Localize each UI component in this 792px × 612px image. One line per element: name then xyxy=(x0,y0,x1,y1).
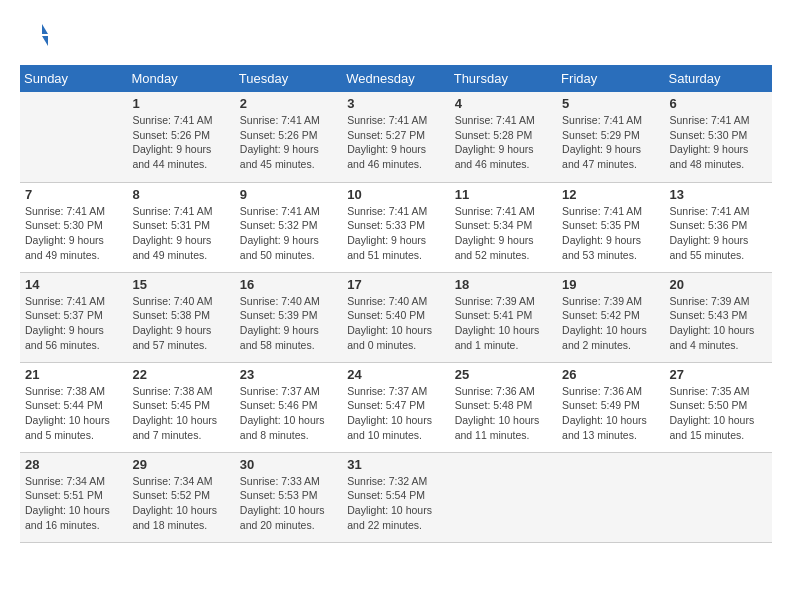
calendar-day-cell: 3 Sunrise: 7:41 AM Sunset: 5:27 PM Dayli… xyxy=(342,92,449,182)
day-number: 21 xyxy=(25,367,122,382)
day-info: Sunrise: 7:41 AM Sunset: 5:27 PM Dayligh… xyxy=(347,113,444,172)
day-number: 3 xyxy=(347,96,444,111)
calendar-day-cell: 16 Sunrise: 7:40 AM Sunset: 5:39 PM Dayl… xyxy=(235,272,342,362)
calendar-week-row: 14 Sunrise: 7:41 AM Sunset: 5:37 PM Dayl… xyxy=(20,272,772,362)
calendar-day-cell: 10 Sunrise: 7:41 AM Sunset: 5:33 PM Dayl… xyxy=(342,182,449,272)
day-number: 22 xyxy=(132,367,229,382)
day-info: Sunrise: 7:41 AM Sunset: 5:31 PM Dayligh… xyxy=(132,204,229,263)
day-number: 5 xyxy=(562,96,659,111)
day-info: Sunrise: 7:41 AM Sunset: 5:33 PM Dayligh… xyxy=(347,204,444,263)
weekday-header: Tuesday xyxy=(235,65,342,92)
calendar-day-cell: 31 Sunrise: 7:32 AM Sunset: 5:54 PM Dayl… xyxy=(342,452,449,542)
calendar-day-cell: 18 Sunrise: 7:39 AM Sunset: 5:41 PM Dayl… xyxy=(450,272,557,362)
calendar-day-cell xyxy=(450,452,557,542)
calendar-week-row: 21 Sunrise: 7:38 AM Sunset: 5:44 PM Dayl… xyxy=(20,362,772,452)
day-info: Sunrise: 7:41 AM Sunset: 5:26 PM Dayligh… xyxy=(132,113,229,172)
day-number: 26 xyxy=(562,367,659,382)
calendar-day-cell xyxy=(665,452,772,542)
day-number: 29 xyxy=(132,457,229,472)
day-info: Sunrise: 7:40 AM Sunset: 5:38 PM Dayligh… xyxy=(132,294,229,353)
calendar-day-cell: 23 Sunrise: 7:37 AM Sunset: 5:46 PM Dayl… xyxy=(235,362,342,452)
day-number: 4 xyxy=(455,96,552,111)
day-number: 2 xyxy=(240,96,337,111)
day-number: 7 xyxy=(25,187,122,202)
calendar-day-cell: 13 Sunrise: 7:41 AM Sunset: 5:36 PM Dayl… xyxy=(665,182,772,272)
calendar-day-cell: 4 Sunrise: 7:41 AM Sunset: 5:28 PM Dayli… xyxy=(450,92,557,182)
calendar-day-cell: 25 Sunrise: 7:36 AM Sunset: 5:48 PM Dayl… xyxy=(450,362,557,452)
day-number: 18 xyxy=(455,277,552,292)
calendar-day-cell: 22 Sunrise: 7:38 AM Sunset: 5:45 PM Dayl… xyxy=(127,362,234,452)
day-info: Sunrise: 7:34 AM Sunset: 5:51 PM Dayligh… xyxy=(25,474,122,533)
day-number: 12 xyxy=(562,187,659,202)
day-number: 20 xyxy=(670,277,767,292)
day-info: Sunrise: 7:34 AM Sunset: 5:52 PM Dayligh… xyxy=(132,474,229,533)
calendar-day-cell: 24 Sunrise: 7:37 AM Sunset: 5:47 PM Dayl… xyxy=(342,362,449,452)
day-number: 16 xyxy=(240,277,337,292)
day-number: 15 xyxy=(132,277,229,292)
calendar-day-cell: 11 Sunrise: 7:41 AM Sunset: 5:34 PM Dayl… xyxy=(450,182,557,272)
day-number: 23 xyxy=(240,367,337,382)
day-number: 27 xyxy=(670,367,767,382)
day-info: Sunrise: 7:41 AM Sunset: 5:37 PM Dayligh… xyxy=(25,294,122,353)
calendar-day-cell: 21 Sunrise: 7:38 AM Sunset: 5:44 PM Dayl… xyxy=(20,362,127,452)
calendar-day-cell: 27 Sunrise: 7:35 AM Sunset: 5:50 PM Dayl… xyxy=(665,362,772,452)
day-number: 10 xyxy=(347,187,444,202)
weekday-header: Friday xyxy=(557,65,664,92)
day-info: Sunrise: 7:41 AM Sunset: 5:35 PM Dayligh… xyxy=(562,204,659,263)
calendar-day-cell: 28 Sunrise: 7:34 AM Sunset: 5:51 PM Dayl… xyxy=(20,452,127,542)
calendar-day-cell xyxy=(20,92,127,182)
calendar-day-cell: 19 Sunrise: 7:39 AM Sunset: 5:42 PM Dayl… xyxy=(557,272,664,362)
calendar-week-row: 1 Sunrise: 7:41 AM Sunset: 5:26 PM Dayli… xyxy=(20,92,772,182)
day-number: 6 xyxy=(670,96,767,111)
day-info: Sunrise: 7:41 AM Sunset: 5:28 PM Dayligh… xyxy=(455,113,552,172)
day-info: Sunrise: 7:37 AM Sunset: 5:46 PM Dayligh… xyxy=(240,384,337,443)
weekday-header: Saturday xyxy=(665,65,772,92)
weekday-header: Monday xyxy=(127,65,234,92)
calendar-table: SundayMondayTuesdayWednesdayThursdayFrid… xyxy=(20,65,772,543)
day-info: Sunrise: 7:41 AM Sunset: 5:30 PM Dayligh… xyxy=(670,113,767,172)
day-info: Sunrise: 7:41 AM Sunset: 5:34 PM Dayligh… xyxy=(455,204,552,263)
weekday-header: Wednesday xyxy=(342,65,449,92)
day-number: 25 xyxy=(455,367,552,382)
day-info: Sunrise: 7:39 AM Sunset: 5:42 PM Dayligh… xyxy=(562,294,659,353)
day-number: 14 xyxy=(25,277,122,292)
calendar-day-cell: 5 Sunrise: 7:41 AM Sunset: 5:29 PM Dayli… xyxy=(557,92,664,182)
day-info: Sunrise: 7:41 AM Sunset: 5:29 PM Dayligh… xyxy=(562,113,659,172)
calendar-day-cell: 20 Sunrise: 7:39 AM Sunset: 5:43 PM Dayl… xyxy=(665,272,772,362)
day-info: Sunrise: 7:36 AM Sunset: 5:48 PM Dayligh… xyxy=(455,384,552,443)
day-number: 19 xyxy=(562,277,659,292)
day-info: Sunrise: 7:41 AM Sunset: 5:32 PM Dayligh… xyxy=(240,204,337,263)
day-info: Sunrise: 7:37 AM Sunset: 5:47 PM Dayligh… xyxy=(347,384,444,443)
weekday-header-row: SundayMondayTuesdayWednesdayThursdayFrid… xyxy=(20,65,772,92)
logo-icon xyxy=(20,20,50,50)
day-info: Sunrise: 7:39 AM Sunset: 5:43 PM Dayligh… xyxy=(670,294,767,353)
day-info: Sunrise: 7:32 AM Sunset: 5:54 PM Dayligh… xyxy=(347,474,444,533)
calendar-day-cell: 7 Sunrise: 7:41 AM Sunset: 5:30 PM Dayli… xyxy=(20,182,127,272)
day-number: 11 xyxy=(455,187,552,202)
day-number: 28 xyxy=(25,457,122,472)
day-number: 9 xyxy=(240,187,337,202)
day-info: Sunrise: 7:33 AM Sunset: 5:53 PM Dayligh… xyxy=(240,474,337,533)
calendar-day-cell: 30 Sunrise: 7:33 AM Sunset: 5:53 PM Dayl… xyxy=(235,452,342,542)
calendar-day-cell: 14 Sunrise: 7:41 AM Sunset: 5:37 PM Dayl… xyxy=(20,272,127,362)
day-number: 31 xyxy=(347,457,444,472)
calendar-day-cell: 9 Sunrise: 7:41 AM Sunset: 5:32 PM Dayli… xyxy=(235,182,342,272)
day-number: 17 xyxy=(347,277,444,292)
day-info: Sunrise: 7:38 AM Sunset: 5:44 PM Dayligh… xyxy=(25,384,122,443)
day-info: Sunrise: 7:41 AM Sunset: 5:30 PM Dayligh… xyxy=(25,204,122,263)
calendar-week-row: 28 Sunrise: 7:34 AM Sunset: 5:51 PM Dayl… xyxy=(20,452,772,542)
calendar-day-cell: 26 Sunrise: 7:36 AM Sunset: 5:49 PM Dayl… xyxy=(557,362,664,452)
calendar-day-cell: 6 Sunrise: 7:41 AM Sunset: 5:30 PM Dayli… xyxy=(665,92,772,182)
calendar-day-cell: 17 Sunrise: 7:40 AM Sunset: 5:40 PM Dayl… xyxy=(342,272,449,362)
weekday-header: Sunday xyxy=(20,65,127,92)
calendar-day-cell xyxy=(557,452,664,542)
svg-marker-0 xyxy=(42,24,48,34)
day-info: Sunrise: 7:35 AM Sunset: 5:50 PM Dayligh… xyxy=(670,384,767,443)
weekday-header: Thursday xyxy=(450,65,557,92)
day-info: Sunrise: 7:40 AM Sunset: 5:39 PM Dayligh… xyxy=(240,294,337,353)
day-number: 1 xyxy=(132,96,229,111)
day-info: Sunrise: 7:38 AM Sunset: 5:45 PM Dayligh… xyxy=(132,384,229,443)
calendar-day-cell: 1 Sunrise: 7:41 AM Sunset: 5:26 PM Dayli… xyxy=(127,92,234,182)
day-info: Sunrise: 7:39 AM Sunset: 5:41 PM Dayligh… xyxy=(455,294,552,353)
logo xyxy=(20,20,53,50)
